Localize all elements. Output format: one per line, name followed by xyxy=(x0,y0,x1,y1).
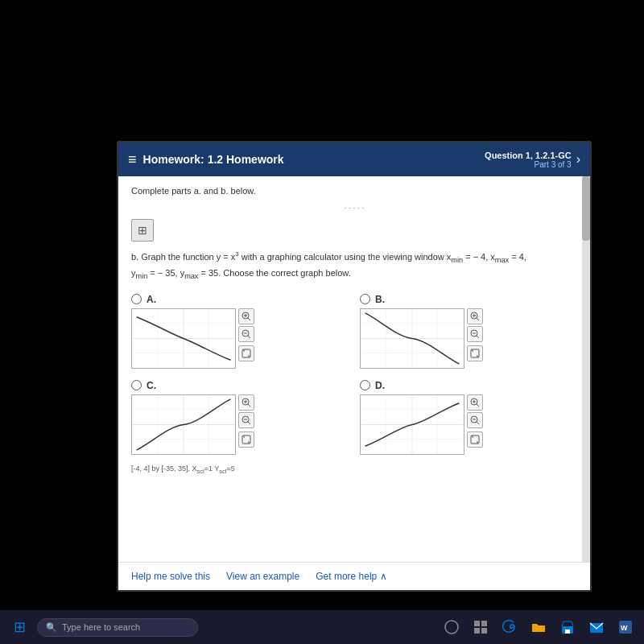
svg-rect-59 xyxy=(474,628,480,634)
scrollbar[interactable] xyxy=(582,176,590,562)
svg-point-56 xyxy=(445,621,458,634)
expand-b[interactable] xyxy=(467,345,483,361)
header-bar: ≡ Homework: 1.2 Homework Question 1, 1.2… xyxy=(118,142,590,176)
expand-c[interactable] xyxy=(238,431,254,448)
dark-overlay-left xyxy=(0,0,117,604)
grid-icon-button[interactable]: ⊞ xyxy=(131,219,154,242)
taskbar-grid-icon[interactable] xyxy=(469,615,493,639)
dark-overlay-top xyxy=(0,0,644,141)
help-solve-button[interactable]: Help me solve this xyxy=(131,571,210,582)
svg-line-35 xyxy=(248,404,250,407)
taskbar-store-icon[interactable] xyxy=(555,615,580,639)
grid-icon: ⊞ xyxy=(138,224,147,237)
option-a: A. xyxy=(131,294,349,369)
content-area: Complete parts a. and b. below. · · · · … xyxy=(118,176,590,562)
header-title: Homework: 1.2 Homework xyxy=(143,153,284,166)
expand-d[interactable] xyxy=(467,431,483,448)
dark-overlay-right xyxy=(596,0,644,604)
label-d: D. xyxy=(375,380,385,391)
bottom-bar: Help me solve this View an example Get m… xyxy=(118,562,590,590)
window-range-text: [-4, 4] by [-35, 35], Xscl=1 Yscl=5 xyxy=(131,464,577,475)
radio-a[interactable] xyxy=(131,294,142,304)
zoom-out-c[interactable] xyxy=(238,412,254,428)
option-b-header: B. xyxy=(360,294,577,305)
graph-c-wrapper xyxy=(131,394,349,455)
option-c: C. xyxy=(131,380,349,455)
graph-c-controls xyxy=(238,394,254,455)
taskbar-mail-icon[interactable] xyxy=(584,615,609,639)
taskbar-search-icon: 🔍 xyxy=(46,622,57,633)
radio-d[interactable] xyxy=(360,380,370,390)
svg-rect-58 xyxy=(481,621,487,626)
graph-b-controls xyxy=(467,308,483,369)
option-d-header: D. xyxy=(360,380,577,391)
start-button[interactable]: ⊞ xyxy=(6,614,32,640)
graph-a-wrapper xyxy=(131,308,349,369)
zoom-in-b[interactable] xyxy=(467,308,483,324)
option-c-header: C. xyxy=(131,380,349,391)
graph-options: A. xyxy=(131,294,577,455)
svg-line-25 xyxy=(477,336,479,338)
svg-rect-57 xyxy=(474,621,480,626)
taskbar-edge-icon[interactable] xyxy=(497,615,522,639)
graph-b-wrapper xyxy=(360,308,577,369)
graph-d-svg xyxy=(361,395,464,454)
label-b: B. xyxy=(375,294,385,305)
scrollbar-thumb[interactable] xyxy=(582,176,590,241)
graph-b-svg xyxy=(361,309,464,368)
zoom-out-d[interactable] xyxy=(467,412,483,428)
dots-indicator: · · · · · xyxy=(131,204,577,213)
svg-line-53 xyxy=(477,422,479,424)
graph-a-controls xyxy=(238,308,254,369)
radio-c[interactable] xyxy=(131,380,142,390)
svg-rect-60 xyxy=(481,628,487,634)
taskbar-word-icon[interactable]: W xyxy=(613,615,638,639)
taskbar-folder-icon[interactable] xyxy=(526,615,551,639)
zoom-out-a[interactable] xyxy=(238,326,254,342)
instruction-text: Complete parts a. and b. below. xyxy=(131,186,577,196)
svg-line-49 xyxy=(477,404,479,407)
expand-a[interactable] xyxy=(238,345,254,361)
zoom-in-c[interactable] xyxy=(238,394,254,411)
option-d: D. xyxy=(360,380,577,455)
graph-d xyxy=(360,394,464,455)
header-left: ≡ Homework: 1.2 Homework xyxy=(128,151,284,168)
graph-a-svg xyxy=(132,309,235,368)
zoom-out-b[interactable] xyxy=(467,326,483,342)
hamburger-icon[interactable]: ≡ xyxy=(128,151,137,168)
graph-d-wrapper xyxy=(360,394,577,455)
zoom-in-a[interactable] xyxy=(238,308,254,324)
next-chevron[interactable]: › xyxy=(576,152,580,167)
question-label: Question 1, 1.2.1-GC xyxy=(485,151,572,160)
taskbar-circle-icon[interactable] xyxy=(440,615,464,639)
graph-a xyxy=(131,308,236,369)
graph-c xyxy=(131,394,236,455)
svg-line-7 xyxy=(248,318,250,320)
graph-d-controls xyxy=(467,394,483,455)
taskbar-search-text: Type here to search xyxy=(62,622,140,632)
header-right-group: Question 1, 1.2.1-GC Part 3 of 3 › xyxy=(485,151,580,169)
taskbar-search[interactable]: 🔍 Type here to search xyxy=(37,618,198,637)
svg-text:W: W xyxy=(621,624,628,632)
label-c: C. xyxy=(147,380,156,391)
more-help-button[interactable]: Get more help ∧ xyxy=(316,571,386,582)
radio-b[interactable] xyxy=(360,294,370,304)
windows-logo-icon: ⊞ xyxy=(14,618,26,636)
header-right: Question 1, 1.2.1-GC Part 3 of 3 xyxy=(485,151,572,169)
problem-text: b. Graph the function y = x3 with a grap… xyxy=(131,250,577,283)
view-example-button[interactable]: View an example xyxy=(226,571,299,582)
taskbar: ⊞ 🔍 Type here to search xyxy=(0,610,644,644)
screen-container: ≡ Homework: 1.2 Homework Question 1, 1.2… xyxy=(117,141,592,592)
svg-line-11 xyxy=(248,336,250,338)
part-label: Part 3 of 3 xyxy=(485,160,572,169)
option-b: B. xyxy=(360,294,577,369)
graph-c-svg xyxy=(132,395,235,454)
zoom-in-d[interactable] xyxy=(467,394,483,411)
taskbar-icons: W xyxy=(440,615,638,639)
option-a-header: A. xyxy=(131,294,349,305)
svg-line-39 xyxy=(248,422,250,424)
svg-line-21 xyxy=(477,318,479,320)
label-a: A. xyxy=(147,294,156,305)
svg-rect-62 xyxy=(565,630,570,634)
graph-b xyxy=(360,308,464,369)
